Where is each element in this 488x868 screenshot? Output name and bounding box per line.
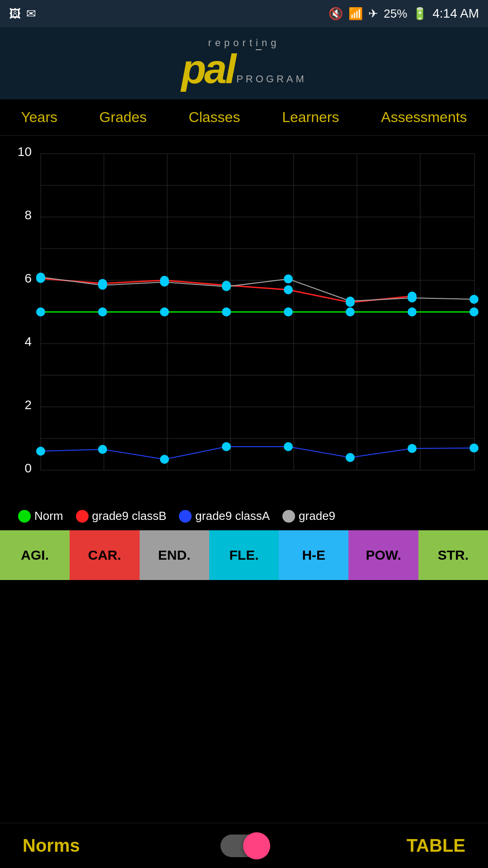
norm-dot-1 [98, 307, 107, 316]
norm-dot-6 [408, 307, 417, 316]
chart-legend: Norm grade9 classB grade9 classA grade9 [0, 502, 488, 530]
status-bar: 🖼 ✉ 🔇 📶 ✈ 25% 🔋 4:14 AM [0, 0, 488, 27]
norm-dot-5 [346, 307, 355, 316]
cat-pow[interactable]: POW. [348, 530, 418, 580]
classB-dot-4 [284, 285, 293, 294]
cat-str[interactable]: STR. [418, 530, 488, 580]
svg-text:4: 4 [24, 335, 32, 349]
cat-end[interactable]: END. [140, 530, 209, 580]
navigation: Years Grades Classes Learners Assessment… [0, 99, 488, 136]
legend-grade9: grade9 [282, 509, 335, 523]
logo: reporting pal PROGRAM [181, 37, 307, 90]
norm-dot-7 [469, 307, 479, 316]
legend-classA: grade9 classA [179, 509, 270, 523]
classA-dot-3 [222, 442, 231, 451]
battery-percent: 25% [384, 7, 407, 21]
grade9-dot-7 [469, 295, 479, 304]
nav-grades[interactable]: Grades [99, 109, 147, 126]
grade9-dot-6 [408, 293, 417, 302]
mail-icon: ✉ [26, 7, 36, 21]
legend-classB-dot [76, 510, 89, 523]
svg-text:8: 8 [24, 208, 32, 222]
classA-dot-6 [408, 444, 417, 453]
legend-classA-label: grade9 classA [195, 509, 270, 523]
classA-dot-7 [469, 443, 479, 453]
classA-dot-1 [98, 445, 107, 454]
grade9-dot-5 [346, 297, 355, 306]
cat-car[interactable]: CAR. [70, 530, 139, 580]
norm-dot-0 [36, 307, 45, 316]
classA-dot-4 [284, 442, 293, 451]
bottom-bar: Norms TABLE [0, 823, 488, 868]
norms-label: Norms [23, 835, 80, 856]
cat-fle[interactable]: FLE. [209, 530, 279, 580]
logo-pal-container: pal PROGRAM [181, 49, 307, 90]
legend-grade9-dot [282, 510, 295, 523]
header: reporting pal PROGRAM [0, 27, 488, 99]
svg-text:2: 2 [24, 398, 32, 412]
cat-agi[interactable]: AGI. [0, 530, 70, 580]
svg-text:6: 6 [24, 271, 32, 285]
toggle-thumb [243, 832, 270, 859]
legend-classB-label: grade9 classB [92, 509, 167, 523]
mute-icon: 🔇 [328, 7, 343, 21]
norm-dot-4 [284, 307, 293, 316]
svg-text:10: 10 [18, 145, 32, 159]
classA-dot-2 [160, 455, 169, 464]
image-icon: 🖼 [9, 7, 21, 21]
legend-norm-dot [18, 510, 31, 523]
norm-dot-2 [160, 307, 169, 316]
legend-classA-dot [179, 510, 192, 523]
grade9-dot-4 [284, 274, 293, 283]
category-buttons: AGI. CAR. END. FLE. H-E POW. STR. [0, 530, 488, 580]
legend-norm: Norm [18, 509, 63, 523]
cat-he[interactable]: H-E [279, 530, 348, 580]
norm-dot-3 [222, 307, 231, 316]
legend-classB: grade9 classB [76, 509, 167, 523]
status-right: 🔇 📶 ✈ 25% 🔋 4:14 AM [328, 6, 479, 21]
line-chart: 0 2 4 6 8 10 [5, 145, 483, 497]
grade9-dot-0 [36, 273, 45, 282]
grade9-dot-3 [222, 282, 231, 291]
logo-program: PROGRAM [236, 73, 307, 85]
norms-toggle[interactable] [221, 835, 266, 857]
nav-learners[interactable]: Learners [282, 109, 339, 126]
grade9-dot-1 [98, 281, 107, 290]
status-icons: 🖼 ✉ [9, 7, 36, 21]
wifi-icon: 📶 [348, 7, 363, 21]
classA-dot-5 [346, 453, 355, 462]
legend-grade9-label: grade9 [299, 509, 335, 523]
toggle-track[interactable] [221, 835, 266, 857]
nav-assessments[interactable]: Assessments [381, 109, 467, 126]
battery-icon: 🔋 [413, 7, 427, 21]
classA-dot-0 [36, 447, 45, 456]
clock: 4:14 AM [432, 6, 479, 21]
legend-norm-label: Norm [34, 509, 63, 523]
chart-area: 0 2 4 6 8 10 [0, 136, 488, 502]
nav-years[interactable]: Years [21, 109, 57, 126]
grade9-dot-2 [160, 278, 169, 287]
table-button[interactable]: TABLE [407, 835, 465, 856]
airplane-icon: ✈ [368, 7, 378, 21]
nav-classes[interactable]: Classes [189, 109, 240, 126]
svg-text:0: 0 [24, 461, 32, 475]
logo-pal-text: pal [181, 49, 235, 90]
